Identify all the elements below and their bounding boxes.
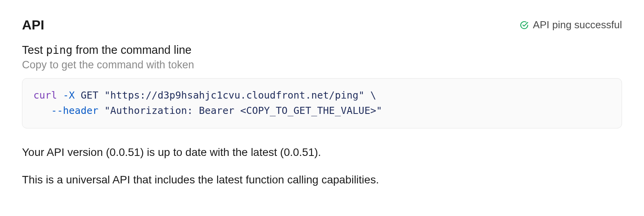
page-title: API [22, 17, 44, 33]
code-url: "https://d3p9hsahjc1cvu.cloudfront.net/p… [104, 90, 364, 101]
code-auth: "Authorization: Bearer <COPY_TO_GET_THE_… [104, 105, 382, 116]
code-flag-x: -X [63, 90, 75, 101]
status-text: API ping successful [533, 19, 622, 31]
subtitle: Test ping from the command line [22, 44, 192, 56]
subtitle-row: Test ping from the command line [22, 44, 622, 57]
code-backslash: \ [370, 90, 376, 101]
check-circle-icon [520, 20, 529, 30]
description-text: This is a universal API that includes th… [22, 172, 622, 188]
code-block[interactable]: curl -X GET "https://d3p9hsahjc1cvu.clou… [22, 78, 622, 128]
subtitle-prefix: Test [22, 44, 46, 56]
copy-hint: Copy to get the command with token [22, 59, 622, 71]
code-indent [33, 105, 51, 116]
code-method: GET [80, 90, 98, 101]
status-badge: API ping successful [520, 19, 622, 31]
header-row: API API ping successful [22, 17, 622, 33]
code-curl: curl [33, 90, 57, 101]
subtitle-suffix: from the command line [73, 44, 192, 56]
subtitle-mono: ping [46, 44, 72, 57]
code-flag-header: --header [51, 105, 98, 116]
version-text: Your API version (0.0.51) is up to date … [22, 144, 622, 161]
